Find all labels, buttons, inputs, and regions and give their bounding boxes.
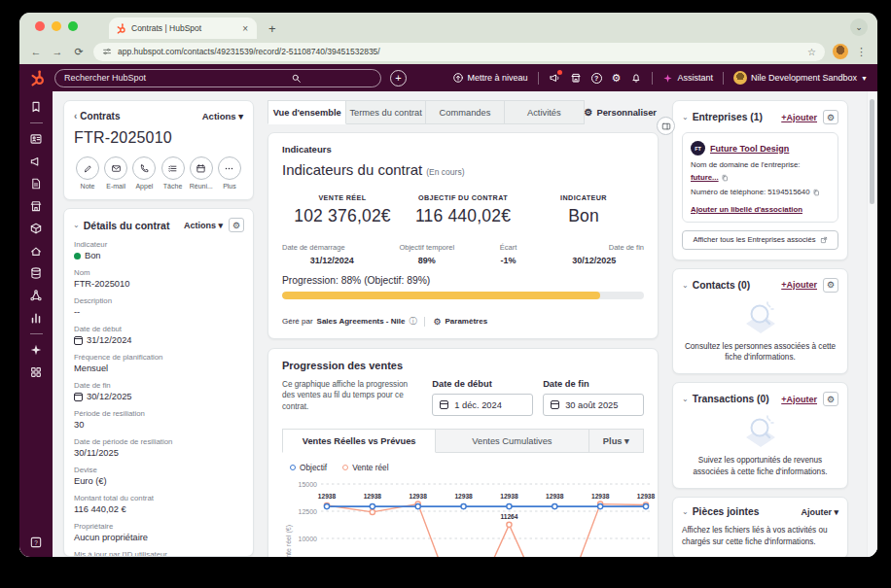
personalize-button[interactable]: ⚙Personnaliser xyxy=(585,100,659,124)
collapse-chevron-icon[interactable]: ⌄ xyxy=(682,395,689,403)
back-to-contracts-link[interactable]: ‹Contrats xyxy=(74,111,120,121)
company-name-link[interactable]: Future Tool Design xyxy=(710,144,789,154)
quick-action-more[interactable]: Plus xyxy=(216,156,243,190)
notifications-bell-icon[interactable] xyxy=(630,72,642,84)
back-button[interactable]: ← xyxy=(29,46,43,57)
property-value[interactable]: 31/12/2024 xyxy=(74,335,243,345)
copy-icon[interactable] xyxy=(812,189,820,196)
details-actions-dropdown[interactable]: Actions ▾ xyxy=(184,221,223,230)
add-attachment-dropdown[interactable]: Ajouter ▾ xyxy=(801,507,838,517)
help-square-icon[interactable]: ? xyxy=(29,536,43,549)
quick-action-task[interactable]: Tâche xyxy=(160,156,187,190)
bookmark-icon[interactable] xyxy=(29,100,43,114)
property-value[interactable]: 30/11/2025 xyxy=(74,448,243,458)
quick-action-meeting[interactable]: Réuni... xyxy=(188,156,215,190)
property-value[interactable]: Aucun propriétaire xyxy=(74,533,243,542)
assistant-button[interactable]: Assistant xyxy=(662,73,713,84)
collapse-chevron-icon[interactable]: ⌄ xyxy=(682,281,689,290)
help-icon[interactable]: ? xyxy=(591,73,602,84)
maximize-window-button[interactable] xyxy=(68,21,78,31)
legend-item-objectif[interactable]: Objectif xyxy=(290,463,327,472)
copy-icon[interactable] xyxy=(721,174,729,182)
transactions-settings-icon[interactable]: ⚙ xyxy=(823,392,838,406)
details-settings-icon[interactable]: ⚙ xyxy=(229,218,244,232)
quick-create-button[interactable]: + xyxy=(390,70,407,86)
crm-icon[interactable] xyxy=(29,132,43,146)
marketplace-icon[interactable] xyxy=(570,72,582,84)
new-tab-button[interactable]: + xyxy=(268,21,276,36)
property-value[interactable]: 30 xyxy=(74,420,243,430)
tab-termes-du-contrat[interactable]: Termes du contrat xyxy=(346,100,425,124)
collapse-chevron-icon[interactable]: ⌄ xyxy=(682,507,689,516)
property-value[interactable]: Bon xyxy=(74,251,243,260)
tab-activit-s[interactable]: Activités xyxy=(505,100,584,124)
property-value[interactable]: FTR-2025010 xyxy=(74,279,243,289)
browser-menu-icon[interactable]: ⋮ xyxy=(856,46,868,58)
tab-commandes[interactable]: Commandes xyxy=(426,100,505,124)
close-window-button[interactable] xyxy=(35,21,45,31)
box-icon[interactable] xyxy=(29,222,43,235)
house-icon[interactable] xyxy=(29,244,43,258)
svg-text:11264: 11264 xyxy=(500,513,517,520)
legend-item-vente-réel[interactable]: Vente réel xyxy=(342,463,388,472)
grid-icon[interactable] xyxy=(29,365,43,379)
chart-tab-ventes-cumulatives[interactable]: Ventes Cumulatives xyxy=(436,429,588,453)
scrollbar-thumb[interactable] xyxy=(870,99,874,204)
company-domain-link[interactable]: future... xyxy=(691,173,719,184)
quick-action-call[interactable]: Appel xyxy=(130,156,158,190)
contacts-settings-icon[interactable]: ⚙ xyxy=(823,278,838,293)
add-association-label-link[interactable]: Ajouter un libellé d'association xyxy=(691,205,830,214)
address-bar[interactable]: app.hubspot.com/contacts/49231539/record… xyxy=(93,43,825,61)
add-transaction-link[interactable]: +Ajouter xyxy=(781,395,817,404)
date-end-input[interactable]: 30 août 2025 xyxy=(543,394,644,416)
global-search-input[interactable]: Rechercher HubSpot xyxy=(54,69,381,87)
property-value[interactable]: Euro (€) xyxy=(74,476,243,486)
svg-text:12938: 12938 xyxy=(318,493,337,500)
upgrade-button[interactable]: Mettre à niveau xyxy=(452,72,528,84)
property-value[interactable]: 30/12/2025 xyxy=(74,392,243,401)
quick-action-note[interactable]: Note xyxy=(74,156,101,190)
collapse-right-panel-button[interactable] xyxy=(657,117,675,135)
collapse-chevron-icon[interactable]: ⌄ xyxy=(682,113,689,121)
collapse-chevron-icon[interactable]: ⌄ xyxy=(73,221,80,229)
quick-action-email[interactable]: E-mail xyxy=(102,156,129,190)
add-contact-link[interactable]: +Ajouter xyxy=(781,280,817,290)
property-value[interactable]: Mensuel xyxy=(74,363,243,373)
account-menu[interactable]: Nile Development Sandbox ▼ xyxy=(733,71,868,85)
chart-tab-ventes-reelles[interactable]: Ventes Réelles vs Prévues xyxy=(282,429,436,453)
property-value[interactable]: -- xyxy=(74,307,243,317)
tab-list-chevron-icon[interactable]: ⌄ xyxy=(850,18,868,36)
browser-tab[interactable]: Contrats | HubSpot × xyxy=(109,17,257,39)
content-icon[interactable] xyxy=(29,177,43,190)
megaphone-icon[interactable] xyxy=(29,155,43,168)
site-settings-icon[interactable] xyxy=(102,47,112,56)
entreprises-settings-icon[interactable]: ⚙ xyxy=(823,110,838,124)
bars-icon[interactable] xyxy=(29,311,43,325)
hubspot-logo-icon[interactable] xyxy=(29,70,46,86)
date-start-input[interactable]: 1 déc. 2024 xyxy=(432,394,533,416)
info-icon[interactable]: ⓘ xyxy=(409,316,416,327)
view-all-entreprises-button[interactable]: Afficher tous les Entreprises associés xyxy=(682,230,838,250)
marketing-sms-icon[interactable] xyxy=(549,72,560,84)
property-label: Date de fin xyxy=(74,381,243,390)
parametres-link[interactable]: Paramètres xyxy=(446,317,488,326)
shop-icon[interactable] xyxy=(29,199,43,213)
property-value[interactable]: 116 440,02 € xyxy=(74,504,243,514)
stat: VENTE RÉEL102 376,02€ xyxy=(282,193,403,226)
forward-button[interactable]: → xyxy=(51,46,64,57)
bookmark-star-icon[interactable]: ☆ xyxy=(807,47,816,57)
record-actions-dropdown[interactable]: Actions ▾ xyxy=(202,111,243,121)
share-icon[interactable] xyxy=(29,289,43,302)
add-entreprise-link[interactable]: +Ajouter xyxy=(781,113,817,122)
tab-close-icon[interactable]: × xyxy=(240,23,250,34)
settings-gear-icon[interactable]: ⚙ xyxy=(612,72,622,84)
minimize-window-button[interactable] xyxy=(52,21,61,31)
calendar-icon xyxy=(74,393,83,401)
db-icon[interactable] xyxy=(29,266,43,280)
browser-profile-avatar[interactable] xyxy=(833,44,848,59)
record-main-panel: Vue d'ensembleTermes du contratCommandes… xyxy=(259,91,665,557)
tab-vue-d-ensemble[interactable]: Vue d'ensemble xyxy=(267,100,346,124)
refresh-button[interactable]: ⟳ xyxy=(72,46,86,58)
chart-tab-more-dropdown[interactable]: Plus ▾ xyxy=(589,429,644,453)
sparkle-icon[interactable] xyxy=(29,343,43,357)
